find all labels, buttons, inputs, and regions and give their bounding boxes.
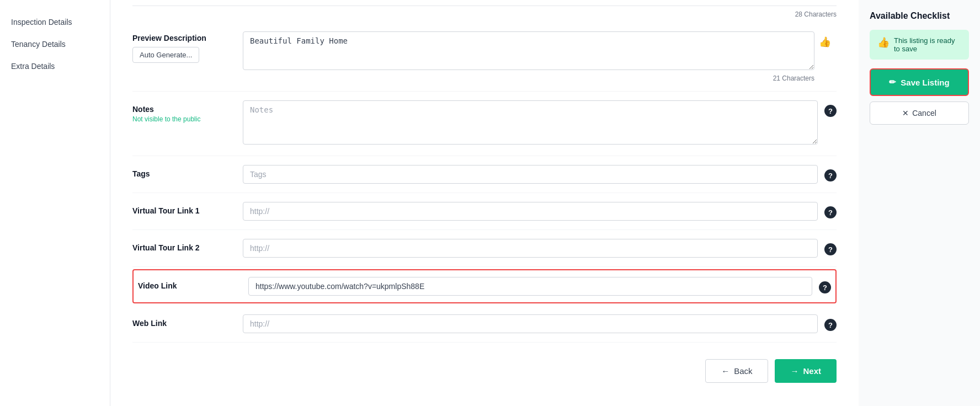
notes-label: Notes [132, 105, 243, 114]
tags-input-col [243, 165, 818, 184]
notes-label-col: Notes Not visible to the public [132, 100, 243, 123]
notes-sublabel: Not visible to the public [132, 115, 243, 123]
virtual-tour-2-label-col: Virtual Tour Link 2 [132, 239, 243, 252]
next-label: Next [803, 366, 821, 376]
bottom-navigation: Back Next [132, 348, 837, 388]
video-link-input-col [248, 277, 812, 296]
preview-input-col: 21 Characters [243, 31, 814, 82]
virtual-tour-2-label: Virtual Tour Link 2 [132, 243, 243, 252]
sidebar-item-inspection[interactable]: Inspection Details [0, 11, 110, 33]
virtual-tour-1-label: Virtual Tour Link 1 [132, 206, 243, 215]
tags-input[interactable] [243, 165, 818, 184]
web-link-row: Web Link ? [132, 306, 837, 343]
preview-description-input[interactable] [243, 31, 814, 70]
preview-description-row: Preview Description Auto Generate... 21 … [132, 23, 837, 92]
virtual-tour-2-input[interactable] [243, 239, 818, 258]
video-link-row: Video Link ? [132, 269, 837, 303]
checklist-title: Available Checklist [870, 11, 969, 21]
tags-label: Tags [132, 169, 243, 178]
checklist-ready-message: This listing is ready to save [870, 30, 969, 60]
web-link-label: Web Link [132, 319, 243, 328]
tags-label-col: Tags [132, 165, 243, 178]
right-panel: Available Checklist This listing is read… [859, 0, 980, 406]
save-listing-label: Save Listing [901, 78, 949, 87]
cancel-label: Cancel [912, 109, 936, 117]
save-listing-button[interactable]: Save Listing [870, 68, 969, 96]
preview-description-label: Preview Description [132, 34, 243, 42]
tags-row: Tags ? [132, 156, 837, 193]
virtual-tour-2-help-icon[interactable]: ? [824, 243, 837, 255]
virtual-tour-2-row: Virtual Tour Link 2 ? [132, 230, 837, 267]
notes-input[interactable] [243, 100, 818, 145]
web-link-label-col: Web Link [132, 314, 243, 328]
arrow-right-icon [790, 366, 798, 376]
notes-row: Notes Not visible to the public ? [132, 92, 837, 156]
web-link-input[interactable] [243, 314, 818, 333]
virtual-tour-1-label-col: Virtual Tour Link 1 [132, 202, 243, 215]
preview-char-count: 21 Characters [243, 74, 814, 82]
virtual-tour-1-input[interactable] [243, 202, 818, 221]
cancel-button[interactable]: Cancel [870, 101, 969, 125]
preview-label-col: Preview Description Auto Generate... [132, 31, 243, 63]
virtual-tour-1-help-icon[interactable]: ? [824, 206, 837, 218]
pencil-icon [889, 77, 896, 87]
sidebar-item-tenancy[interactable]: Tenancy Details [0, 33, 110, 55]
virtual-tour-1-row: Virtual Tour Link 1 ? [132, 193, 837, 230]
checklist-ready-text: This listing is ready to save [894, 36, 961, 53]
notes-help-icon[interactable]: ? [824, 105, 837, 117]
web-link-help-icon[interactable]: ? [824, 319, 837, 331]
video-link-input[interactable] [248, 277, 812, 296]
video-link-label: Video Link [138, 281, 248, 290]
notes-input-col [243, 100, 818, 147]
thumbs-up-icon [819, 36, 831, 48]
thumbs-up-checklist-icon [877, 36, 890, 49]
web-link-input-col [243, 314, 818, 333]
sidebar: Inspection Details Tenancy Details Extra… [0, 0, 110, 406]
back-label: Back [734, 366, 752, 376]
virtual-tour-2-input-col [243, 239, 818, 258]
main-content: 28 Characters Preview Description Auto G… [110, 0, 859, 406]
arrow-left-icon [721, 366, 729, 376]
top-char-count: 28 Characters [132, 6, 837, 23]
next-button[interactable]: Next [775, 359, 837, 383]
auto-generate-button[interactable]: Auto Generate... [132, 47, 199, 63]
virtual-tour-1-input-col [243, 202, 818, 221]
x-icon [902, 109, 909, 117]
sidebar-item-extra[interactable]: Extra Details [0, 55, 110, 77]
video-link-label-col: Video Link [138, 277, 248, 290]
back-button[interactable]: Back [705, 359, 768, 383]
video-link-help-icon[interactable]: ? [819, 281, 831, 293]
tags-help-icon[interactable]: ? [824, 169, 837, 181]
